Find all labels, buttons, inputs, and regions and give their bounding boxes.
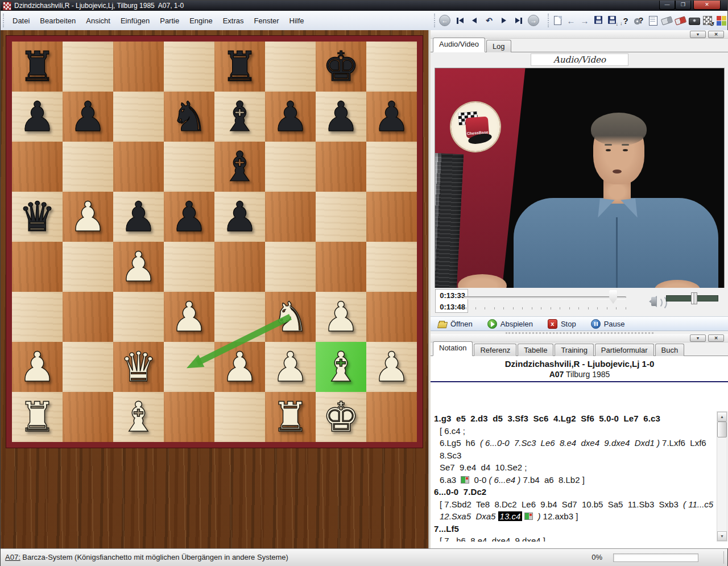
move-list[interactable]: 1.g3 e5 2.d3 d5 3.Sf3 Sc6 4.Lg2 Sf6 5.0-… — [431, 411, 718, 542]
toolbar-grip[interactable] — [3, 14, 6, 27]
square-e4[interactable] — [214, 242, 265, 292]
menu-fenster[interactable]: Fenster — [249, 14, 284, 27]
square-e1[interactable] — [214, 392, 265, 442]
volume-slider[interactable] — [666, 295, 718, 301]
save-as-icon[interactable]: ↓ — [606, 14, 618, 27]
board-setup-icon[interactable]: ↺ — [701, 14, 714, 27]
video-frame[interactable]: ChessBase — [435, 68, 725, 289]
menu-engine[interactable]: Engine — [184, 14, 217, 27]
square-e3[interactable] — [214, 292, 265, 342]
toolbar-grip[interactable] — [434, 14, 437, 27]
new-game-icon[interactable] — [551, 14, 564, 27]
move-text[interactable]: [ 6.c4 ; — [440, 426, 465, 436]
last-move-icon[interactable] — [512, 14, 525, 27]
menu-ansicht[interactable]: Ansicht — [81, 14, 115, 27]
av-button-pause[interactable]: Pause — [591, 319, 625, 329]
tab-partieformular[interactable]: Partieformular — [595, 344, 654, 356]
notation-collapse-button[interactable]: ▼ — [690, 334, 706, 342]
tab-notation[interactable]: Notation — [433, 341, 473, 356]
scroll-down-button[interactable]: ▼ — [717, 531, 727, 541]
square-c7[interactable] — [113, 92, 164, 142]
eraser-icon[interactable] — [660, 14, 673, 27]
square-b4[interactable] — [63, 242, 113, 292]
seek-track[interactable] — [464, 296, 626, 299]
back-circle-icon[interactable]: ← — [439, 14, 451, 27]
media-marker-icon[interactable] — [461, 476, 469, 484]
square-h5[interactable] — [366, 192, 417, 242]
snapshot-icon[interactable] — [688, 14, 700, 27]
square-c6[interactable] — [113, 142, 164, 192]
menu-partie[interactable]: Partie — [155, 14, 184, 27]
square-b6[interactable] — [63, 142, 113, 192]
square-h3[interactable] — [366, 292, 417, 342]
square-d4[interactable] — [164, 242, 214, 292]
tab-log[interactable]: Log — [486, 40, 511, 52]
square-h8[interactable] — [366, 42, 417, 92]
forward-circle-icon[interactable]: → — [527, 14, 540, 27]
square-d8[interactable] — [164, 42, 214, 92]
seek-thumb[interactable] — [609, 290, 617, 304]
av-button-stop[interactable]: Stop — [548, 319, 576, 329]
move-text[interactable]: 0-0 — [471, 475, 489, 485]
square-h1[interactable] — [366, 392, 417, 442]
menu-bearbeiten[interactable]: Bearbeiten — [35, 14, 81, 27]
square-g5[interactable] — [316, 192, 366, 242]
square-g6[interactable] — [316, 142, 366, 192]
move-text[interactable]: 7.b4 a6 8.Lb2 ] — [523, 475, 584, 485]
av-close-button[interactable]: ✕ — [708, 31, 724, 38]
move-text[interactable]: [ 7.Sbd2 Te8 8.Dc2 Le6 9.b4 Sd7 10.b5 Sa… — [440, 499, 683, 509]
square-a4[interactable] — [12, 242, 63, 292]
menu-extras[interactable]: Extras — [218, 14, 249, 27]
next-move-icon[interactable] — [498, 14, 510, 27]
av-collapse-button[interactable]: ▼ — [690, 31, 706, 38]
square-b8[interactable] — [63, 42, 113, 92]
notation-close-button[interactable]: ✕ — [708, 334, 724, 342]
square-f8[interactable] — [265, 42, 316, 92]
previous-game-icon[interactable]: ← — [565, 14, 577, 27]
square-b2[interactable] — [63, 342, 113, 392]
tab-audio-video[interactable]: Audio/Video — [433, 38, 485, 52]
square-f6[interactable] — [265, 142, 316, 192]
square-d6[interactable] — [164, 142, 214, 192]
move-text[interactable]: ) — [535, 511, 543, 521]
move-text[interactable]: 6.a3 — [440, 475, 458, 485]
move-text[interactable]: 12.axb3 ] — [543, 511, 578, 521]
move-text[interactable]: Se7 9.e4 d4 10.Se2 ; — [440, 462, 527, 472]
move-text[interactable]: 12.Sxa5 Dxa5 — [440, 511, 498, 521]
tab-referenz[interactable]: Referenz — [474, 344, 516, 356]
square-d1[interactable] — [164, 392, 214, 442]
move-text[interactable]: [ 7...h6 8.e4 dxe4 9.dxe4 ] — [440, 536, 545, 542]
game-data-icon[interactable] — [647, 14, 659, 27]
minimize-button[interactable]: — — [659, 1, 675, 10]
notation-scrollbar[interactable]: ▲ ▼ — [717, 411, 727, 542]
square-c3[interactable] — [113, 292, 164, 342]
square-h4[interactable] — [366, 242, 417, 292]
move-text[interactable]: 7...Lf5 — [434, 524, 459, 534]
move-text[interactable]: ( 11...c5 — [683, 499, 713, 509]
close-button[interactable]: ✕ — [693, 1, 721, 10]
square-a3[interactable] — [12, 292, 63, 342]
menu-datei[interactable]: Datei — [7, 14, 35, 27]
speaker-icon[interactable] — [642, 291, 665, 312]
square-g4[interactable] — [316, 242, 366, 292]
engine-hint-icon[interactable]: ? — [633, 14, 646, 27]
move-text[interactable]: 6...0-0 7.Dc2 — [434, 487, 486, 497]
replay-training-icon[interactable]: ?↓ — [619, 14, 632, 27]
menu-einfügen[interactable]: Einfügen — [115, 14, 155, 27]
square-a6[interactable] — [12, 142, 63, 192]
av-button-ffnen[interactable]: Öffnen — [437, 319, 473, 329]
scroll-up-button[interactable]: ▲ — [717, 412, 727, 422]
move-text[interactable]: ( 6...0-0 7.Sc3 Le6 8.e4 dxe4 9.dxe4 Dxd… — [480, 438, 662, 448]
delete-annotations-icon[interactable] — [674, 14, 686, 27]
restore-button[interactable]: ❐ — [675, 1, 691, 10]
square-b3[interactable] — [63, 292, 113, 342]
tab-tabelle[interactable]: Tabelle — [518, 344, 553, 356]
square-c8[interactable] — [113, 42, 164, 92]
media-marker-icon[interactable] — [524, 513, 533, 520]
tab-training[interactable]: Training — [555, 344, 593, 356]
colors-icon[interactable] — [715, 14, 727, 27]
move-text[interactable]: 1.g3 e5 2.d3 d5 3.Sf3 Sc6 4.Lg2 Sf6 5.0-… — [434, 414, 660, 423]
volume-thumb[interactable] — [691, 292, 697, 304]
square-d2[interactable] — [164, 342, 214, 392]
square-f5[interactable] — [265, 192, 316, 242]
